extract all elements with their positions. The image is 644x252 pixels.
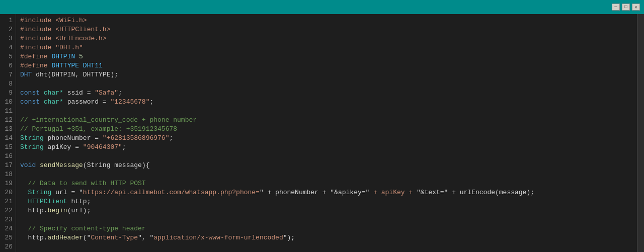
code-line: // +international_country_code + phone n… — [20, 116, 633, 125]
code-line: // Data to send with HTTP POST — [20, 179, 633, 188]
window-controls: ─ □ ✕ — [612, 4, 640, 11]
app-window: ─ □ ✕ 1234567891011121314151617181920212… — [0, 0, 644, 252]
code-line: HTTPClient http; — [20, 197, 633, 206]
line-number: 11 — [4, 107, 13, 116]
code-line: http.begin(url); — [20, 206, 633, 215]
line-number: 10 — [4, 98, 13, 107]
editor-container: 1234567891011121314151617181920212223242… — [0, 14, 644, 252]
code-line: const char* ssid = "Safa"; — [20, 89, 633, 98]
code-line: #include "DHT.h" — [20, 43, 633, 52]
line-number: 15 — [4, 143, 13, 152]
code-line: String url = "https://api.callmebot.com/… — [20, 188, 633, 197]
line-number: 13 — [4, 125, 13, 134]
code-line: #include <UrlEncode.h> — [20, 34, 633, 43]
code-line: String phoneNumber = "+62813586896976"; — [20, 134, 633, 143]
code-line: #include <WiFi.h> — [20, 16, 633, 25]
code-line: // Specify content-type header — [20, 224, 633, 233]
line-number: 8 — [4, 79, 13, 89]
line-number: 9 — [4, 89, 13, 98]
maximize-button[interactable]: □ — [622, 4, 630, 11]
line-numbers: 1234567891011121314151617181920212223242… — [0, 14, 16, 252]
code-line — [20, 152, 633, 161]
code-editor[interactable]: #include <WiFi.h>#include <HTTPClient.h>… — [16, 14, 637, 252]
code-line: void sendMessage(String message){ — [20, 161, 633, 170]
code-line: #include <HTTPClient.h> — [20, 25, 633, 34]
line-number: 26 — [4, 242, 13, 251]
minimize-button[interactable]: ─ — [612, 4, 620, 11]
code-line: #define DHTTYPE DHT11 — [20, 61, 633, 70]
line-number: 23 — [4, 215, 13, 224]
line-number: 25 — [4, 233, 13, 242]
line-number: 12 — [4, 116, 13, 125]
code-line: http.addHeader("Content-Type", "applicat… — [20, 233, 633, 242]
titlebar: ─ □ ✕ — [0, 0, 644, 14]
line-number: 21 — [4, 197, 13, 206]
line-number: 7 — [4, 70, 13, 79]
close-button[interactable]: ✕ — [632, 4, 640, 11]
line-number: 5 — [4, 52, 13, 61]
line-number: 1 — [4, 16, 13, 25]
code-line: // Portugal +351, example: +351912345678 — [20, 125, 633, 134]
line-number: 20 — [4, 188, 13, 197]
code-line: const char* password = "12345678"; — [20, 98, 633, 107]
code-line: String apiKey = "90464307"; — [20, 143, 633, 152]
line-number: 6 — [4, 61, 13, 70]
line-number: 24 — [4, 224, 13, 233]
line-number: 22 — [4, 206, 13, 215]
line-number: 14 — [4, 134, 13, 143]
line-number: 17 — [4, 161, 13, 170]
code-line — [20, 170, 633, 179]
code-line — [20, 215, 633, 224]
line-number: 19 — [4, 179, 13, 188]
code-line — [20, 79, 633, 89]
line-number: 2 — [4, 25, 13, 34]
line-number: 4 — [4, 43, 13, 52]
line-number: 18 — [4, 170, 13, 179]
scrollbar[interactable] — [637, 14, 644, 252]
line-number: 3 — [4, 34, 13, 43]
code-line — [20, 107, 633, 116]
line-number: 16 — [4, 152, 13, 161]
code-line: #define DHTPIN 5 — [20, 52, 633, 61]
code-line: DHT dht(DHTPIN, DHTTYPE); — [20, 70, 633, 79]
code-line — [20, 242, 633, 251]
